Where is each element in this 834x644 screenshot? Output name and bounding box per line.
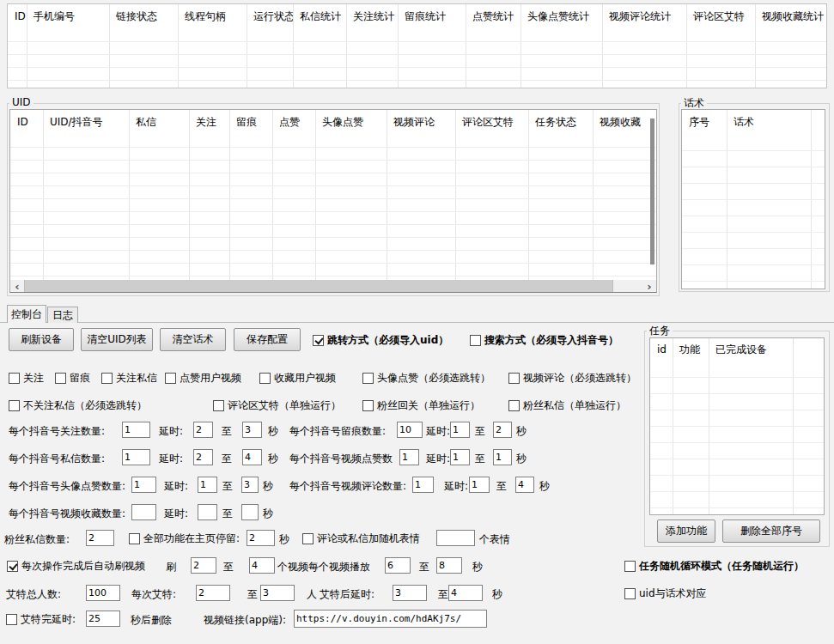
follow-delay-from-input[interactable] <box>193 422 213 438</box>
col-comment-at-stats[interactable]: 评论区艾特 <box>686 4 755 29</box>
col-task-id[interactable]: id <box>650 338 673 361</box>
device-stats-table[interactable]: ID 手机编号 链接状态 线程句柄 运行状态 私信统计 关注统计 留痕统计 点赞… <box>7 3 827 88</box>
col-like-stats[interactable]: 点赞统计 <box>466 4 520 29</box>
col-uid-comment-at[interactable]: 评论区艾特 <box>455 110 528 135</box>
like-user-video-checkbox[interactable]: 点赞用户视频 <box>165 371 241 386</box>
video-link-input[interactable] <box>294 610 487 628</box>
video-favorite-delay-to-input[interactable] <box>241 504 259 520</box>
video-comment-count-input[interactable] <box>412 477 434 493</box>
video-like-count-input[interactable] <box>399 449 419 465</box>
uid-script-match-checkbox[interactable]: uid与话术对应 <box>624 586 707 601</box>
avatar-like-count-input[interactable] <box>131 477 156 493</box>
trace-delay-from-input[interactable] <box>450 422 470 438</box>
avatar-like-delay-from-input[interactable] <box>198 477 217 493</box>
play-from-input[interactable] <box>385 557 411 574</box>
follow-dm-checkbox[interactable]: 关注私信 <box>101 371 157 386</box>
video-favorite-delay-from-input[interactable] <box>198 504 217 520</box>
col-thread-handle[interactable]: 线程句柄 <box>178 4 247 29</box>
trace-checkbox[interactable]: 留痕 <box>55 371 90 386</box>
at-delay-to-input[interactable] <box>448 585 483 601</box>
follow-delay-to-input[interactable] <box>242 422 262 438</box>
tab-log[interactable]: 日志 <box>47 307 78 323</box>
col-task-function[interactable]: 功能 <box>673 338 709 361</box>
col-phone-no[interactable]: 手机编号 <box>27 4 109 29</box>
fans-follow-back-checkbox[interactable]: 粉丝回关（单独运行） <box>362 398 480 413</box>
avatar-like-delay-to-input[interactable] <box>241 477 259 493</box>
follow-checkbox[interactable]: 关注 <box>9 371 44 386</box>
col-uid-task-status[interactable]: 任务状态 <box>528 110 593 135</box>
col-uid-avatar-like[interactable]: 头像点赞 <box>315 110 387 135</box>
col-avatar-like-stats[interactable]: 头像点赞统计 <box>520 4 602 29</box>
favorite-user-video-checkbox[interactable]: 收藏用户视频 <box>259 371 336 386</box>
col-uid-account[interactable]: UID/抖音号 <box>43 110 129 135</box>
horizontal-scrollbar-thumb[interactable] <box>24 280 613 292</box>
swipe-from-input[interactable] <box>191 557 216 574</box>
col-uid-dm[interactable]: 私信 <box>129 110 189 135</box>
at-total-input[interactable] <box>86 585 120 601</box>
follow-count-input[interactable] <box>122 422 150 438</box>
script-table[interactable]: 序号 话术 <box>681 109 825 289</box>
swipe-to-input[interactable] <box>249 557 275 574</box>
vertical-scrollbar-thumb[interactable] <box>650 118 654 264</box>
scroll-right-icon[interactable]: › <box>642 281 656 292</box>
col-uid-id[interactable]: ID <box>10 110 43 135</box>
avatar-like-checkbox[interactable]: 头像点赞（必须选跳转） <box>362 371 490 386</box>
col-video-favorite-stats[interactable]: 视频收藏统计 <box>755 4 826 29</box>
video-comment-delay-to-input[interactable] <box>515 477 534 493</box>
at-each-from-input[interactable] <box>196 585 230 601</box>
device-table-body[interactable] <box>8 29 826 88</box>
delete-after-at-checkbox[interactable]: 艾特完延时: <box>6 612 76 627</box>
col-script-text[interactable]: 话术 <box>727 110 825 135</box>
video-comment-checkbox[interactable]: 视频评论（必须选跳转） <box>508 371 636 386</box>
trace-count-input[interactable] <box>397 422 423 438</box>
task-table-body[interactable] <box>650 361 824 514</box>
add-function-button[interactable]: 添加功能 <box>657 519 715 543</box>
col-task-done-devices[interactable]: 已完成设备 <box>709 338 793 361</box>
col-follow-stats[interactable]: 关注统计 <box>346 4 398 29</box>
play-to-input[interactable] <box>436 557 462 574</box>
dm-delay-from-input[interactable] <box>193 449 213 465</box>
refresh-devices-button[interactable]: 刷新设备 <box>9 328 74 351</box>
uid-table-body[interactable] <box>10 135 656 279</box>
uid-table[interactable]: ID UID/抖音号 私信 关注 留痕 点赞 头像点赞 视频评论 评论区艾特 任… <box>9 109 657 293</box>
scroll-left-icon[interactable]: ‹ <box>10 281 24 292</box>
save-config-button[interactable]: 保存配置 <box>234 328 301 351</box>
col-uid-like[interactable]: 点赞 <box>272 110 315 135</box>
script-table-body[interactable] <box>682 135 825 289</box>
jump-mode-checkbox[interactable]: 跳转方式（必须导入uid） <box>313 333 448 348</box>
delete-delay-input[interactable] <box>86 611 120 627</box>
at-delay-from-input[interactable] <box>393 585 427 601</box>
video-comment-delay-from-input[interactable] <box>469 477 490 493</box>
col-uid-follow[interactable]: 关注 <box>189 110 229 135</box>
random-emoji-checkbox[interactable]: 评论或私信加随机表情 <box>302 532 420 546</box>
no-follow-dm-checkbox[interactable]: 不关注私信（必须选跳转） <box>9 398 147 413</box>
auto-swipe-checkbox[interactable]: 每次操作完成后自动刷视频 <box>7 559 145 574</box>
trace-delay-to-input[interactable] <box>493 422 512 438</box>
dm-delay-to-input[interactable] <box>242 449 262 465</box>
video-like-delay-from-input[interactable] <box>450 449 470 465</box>
col-script-no[interactable]: 序号 <box>682 110 727 135</box>
video-like-delay-to-input[interactable] <box>493 449 512 465</box>
col-trace-stats[interactable]: 留痕统计 <box>398 4 466 29</box>
stay-on-home-checkbox[interactable]: 全部功能在主页停留: <box>129 532 240 546</box>
col-run-status[interactable]: 运行状态 <box>247 4 293 29</box>
at-each-to-input[interactable] <box>260 585 295 601</box>
clear-uid-list-button[interactable]: 清空UID列表 <box>81 328 153 351</box>
task-table[interactable]: id 功能 已完成设备 <box>649 337 825 515</box>
col-uid-video-comment[interactable]: 视频评论 <box>387 110 455 135</box>
col-id[interactable]: ID <box>8 4 27 29</box>
comment-at-checkbox[interactable]: 评论区艾特（单独运行） <box>213 398 341 413</box>
random-loop-mode-checkbox[interactable]: 任务随机循环模式（任务随机运行） <box>624 559 804 574</box>
col-uid-video-favorite[interactable]: 视频收藏 <box>593 110 656 135</box>
fans-dm-checkbox[interactable]: 粉丝私信（单独运行） <box>508 398 626 413</box>
tab-console[interactable]: 控制台 <box>7 305 46 323</box>
col-link-status[interactable]: 链接状态 <box>109 4 178 29</box>
emoji-count-input[interactable] <box>436 530 475 546</box>
stay-seconds-input[interactable] <box>247 530 275 546</box>
horizontal-scrollbar[interactable]: ‹ › <box>10 280 656 292</box>
dm-count-input[interactable] <box>122 449 150 465</box>
col-dm-stats[interactable]: 私信统计 <box>293 4 346 29</box>
col-uid-trace[interactable]: 留痕 <box>229 110 272 135</box>
search-mode-checkbox[interactable]: 搜索方式（必须导入抖音号） <box>470 333 618 348</box>
clear-script-button[interactable]: 清空话术 <box>160 328 226 351</box>
